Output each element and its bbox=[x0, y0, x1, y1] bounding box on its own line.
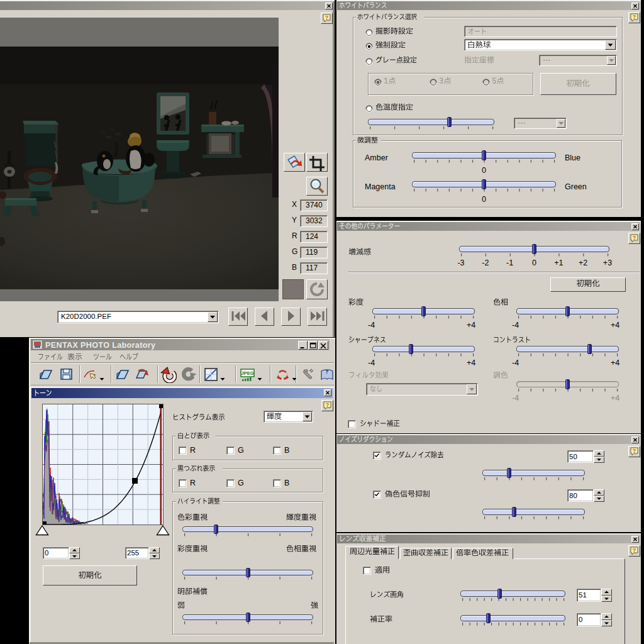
svg-text:?: ? bbox=[326, 368, 329, 375]
svg-text:?: ? bbox=[633, 235, 636, 241]
svg-text:?: ? bbox=[633, 448, 636, 454]
svg-text:?: ? bbox=[633, 14, 636, 20]
svg-text:?: ? bbox=[326, 402, 330, 408]
svg-text:?: ? bbox=[325, 14, 329, 21]
svg-text:?: ? bbox=[633, 547, 636, 553]
svg-text:JPEG: JPEG bbox=[241, 370, 253, 376]
